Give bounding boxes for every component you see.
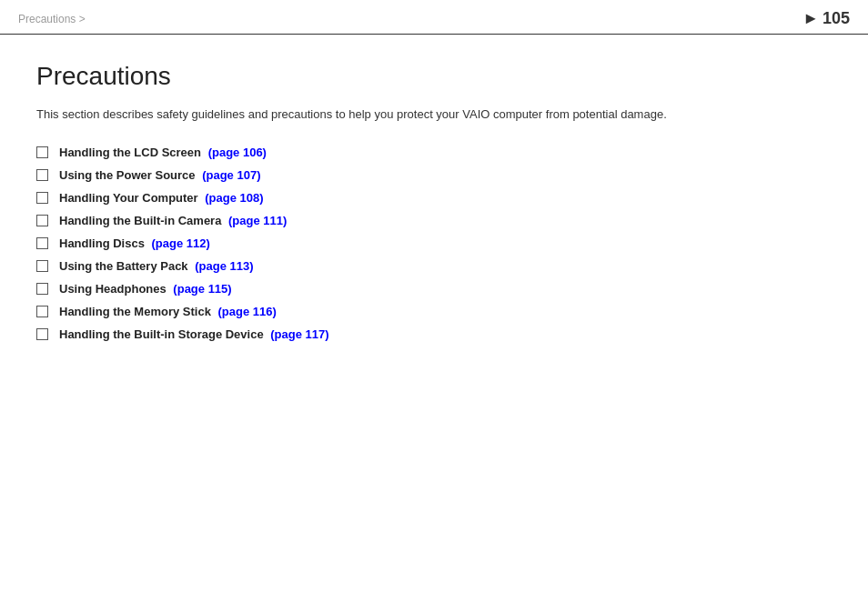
toc-item-link[interactable]: (page 117) [270,327,328,341]
main-content: Precautions This section describes safet… [0,35,868,377]
page-number-value: 105 [823,9,850,27]
checkbox-icon [36,328,48,340]
list-item: Handling the Memory Stick (page 116) [36,305,832,318]
toc-item-link[interactable]: (page 107) [202,168,260,182]
toc-item-link[interactable]: (page 115) [173,282,231,296]
toc-item-label: Handling the Memory Stick (page 116) [59,305,277,318]
list-item: Handling the Built-in Storage Device (pa… [36,327,832,341]
breadcrumb: Precautions > [18,13,86,25]
checkbox-icon [36,146,48,158]
page-number: ► 105 [802,9,850,28]
toc-item-link[interactable]: (page 108) [205,191,263,205]
toc-item-label: Handling Discs (page 112) [59,236,210,250]
checkbox-icon [36,260,48,272]
list-item: Handling the Built-in Camera (page 111) [36,214,832,227]
checkbox-icon [36,237,48,249]
checkbox-icon [36,283,48,295]
list-item: Using the Power Source (page 107) [36,168,832,182]
toc-item-label: Using Headphones (page 115) [59,282,232,296]
toc-item-label: Using the Power Source (page 107) [59,168,260,182]
page-title: Precautions [36,62,832,91]
list-item: Handling the LCD Screen (page 106) [36,146,832,159]
toc-item-link[interactable]: (page 116) [217,305,276,318]
list-item: Using the Battery Pack (page 113) [36,259,832,273]
arrow-icon: ► [802,9,819,27]
toc-item-label: Handling the Built-in Camera (page 111) [59,214,287,227]
list-item: Handling Discs (page 112) [36,236,832,250]
checkbox-icon [36,169,48,181]
checkbox-icon [36,215,48,226]
toc-item-label: Handling the Built-in Storage Device (pa… [59,327,329,341]
checkbox-icon [36,306,48,317]
toc-item-link[interactable]: (page 111) [228,214,287,227]
toc-list: Handling the LCD Screen (page 106)Using … [36,146,832,341]
toc-item-label: Using the Battery Pack (page 113) [59,259,254,273]
list-item: Handling Your Computer (page 108) [36,191,832,205]
toc-item-link[interactable]: (page 106) [208,146,267,159]
page-description: This section describes safety guidelines… [36,106,832,124]
toc-item-link[interactable]: (page 112) [152,236,210,250]
page-header: Precautions > ► 105 [0,0,868,35]
list-item: Using Headphones (page 115) [36,282,832,296]
checkbox-icon [36,192,48,204]
toc-item-label: Handling Your Computer (page 108) [59,191,264,205]
toc-item-link[interactable]: (page 113) [195,259,253,273]
toc-item-label: Handling the LCD Screen (page 106) [59,146,267,159]
